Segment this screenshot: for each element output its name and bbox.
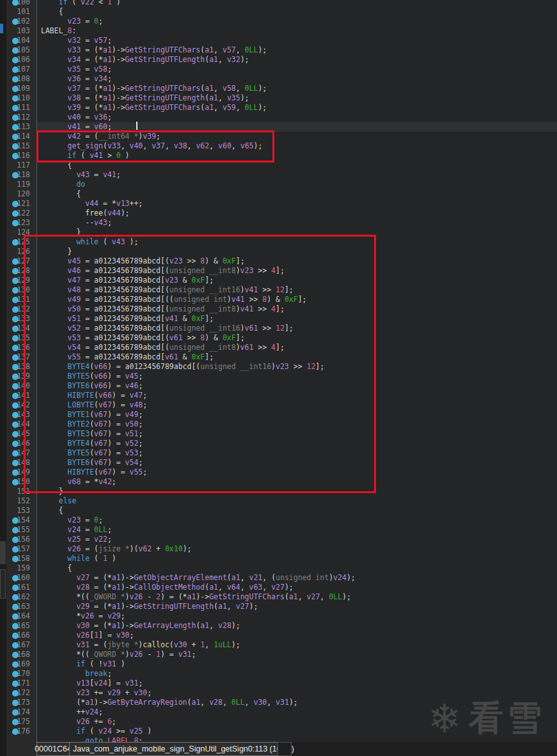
breakpoint-dot[interactable] (12, 383, 19, 390)
breakpoint-dot[interactable] (12, 364, 19, 370)
breakpoint-dot[interactable] (12, 479, 19, 485)
code-line[interactable]: v40 = v36; (36, 113, 557, 122)
code-line[interactable]: BYTE2(v67) = v50; (36, 420, 557, 429)
breakpoint-dot[interactable] (12, 19, 19, 25)
breakpoint-dot[interactable] (12, 719, 19, 725)
breakpoint-dot[interactable] (12, 38, 19, 44)
breakpoint-dot[interactable] (12, 220, 19, 226)
code-line[interactable]: while ( 1 ) (36, 554, 557, 563)
breakpoint-dot[interactable] (12, 76, 19, 83)
breakpoint-dot[interactable] (12, 642, 19, 649)
breakpoint-dot[interactable] (12, 585, 19, 591)
breakpoint-dot[interactable] (12, 441, 19, 447)
breakpoint-dot[interactable] (12, 661, 19, 668)
breakpoint-dot[interactable] (12, 517, 19, 524)
breakpoint-dot[interactable] (12, 709, 19, 716)
code-line[interactable]: { (36, 189, 557, 199)
code-line[interactable]: free(v44); (36, 209, 557, 218)
breakpoint-dot[interactable] (12, 153, 19, 159)
breakpoint-dot[interactable] (12, 594, 19, 601)
breakpoint-dot[interactable] (12, 143, 19, 150)
code-line[interactable]: v32 = v57; (36, 36, 557, 45)
code-line[interactable]: v45 = a0123456789abcd[(v23 >> 8) & 0xF]; (36, 256, 557, 266)
breakpoint-dot[interactable] (12, 652, 19, 658)
code-line[interactable]: v42 = (__int64 *)v39; (36, 132, 557, 141)
breakpoint-dot[interactable] (12, 527, 19, 533)
code-line[interactable]: v24 = 0LL; (36, 525, 557, 535)
breakpoint-dot[interactable] (12, 402, 19, 409)
breakpoint-dot[interactable] (12, 345, 19, 351)
breakpoint-dot[interactable] (12, 681, 19, 687)
code-line[interactable]: --v43; (36, 218, 557, 228)
code-line[interactable]: break; (36, 669, 557, 679)
breakpoint-dot[interactable] (12, 287, 19, 294)
code-line[interactable]: v34 = (*a1)->GetStringUTFLength(a1, v32)… (36, 55, 557, 65)
code-line[interactable]: do (36, 180, 557, 189)
breakpoint-dot[interactable] (12, 546, 19, 553)
code-line[interactable]: v28 = (*a1)->CallObjectMethod(a1, v64, v… (36, 583, 557, 592)
code-line[interactable]: { (36, 563, 557, 573)
code-line[interactable]: *((_QWORD *)v26 - 2) = (*a1)->GetStringU… (36, 592, 557, 602)
breakpoint-dot[interactable] (12, 613, 19, 620)
code-line[interactable]: v25 = v22; (36, 535, 557, 544)
breakpoint-dot[interactable] (12, 412, 19, 418)
breakpoint-dot[interactable] (12, 728, 19, 735)
code-line[interactable]: v50 = a0123456789abcd[(unsigned __int8)v… (36, 304, 557, 314)
breakpoint-dot[interactable] (12, 86, 19, 92)
code-line[interactable]: } (36, 247, 557, 256)
code-line[interactable]: BYTE6(v66) = v46; (36, 381, 557, 391)
code-line[interactable]: get_sign(v33, v40, v37, v38, v62, v60, v… (36, 141, 557, 151)
code-line[interactable]: HIBYTE(v66) = v47; (36, 391, 557, 400)
breakpoint-dot[interactable] (12, 57, 19, 63)
code-line[interactable]: v33 = (*a1)->GetStringUTFChars(a1, v57, … (36, 45, 557, 55)
breakpoint-dot[interactable] (12, 700, 19, 706)
breakpoint-dot[interactable] (12, 690, 19, 697)
breakpoint-dot[interactable] (12, 421, 19, 428)
code-line[interactable]: v27 = (*a1)->GetObjectArrayElement(a1, v… (36, 573, 557, 583)
breakpoint-dot[interactable] (12, 393, 19, 399)
code-line[interactable]: v51 = a0123456789abcd[v41 & 0xF]; (36, 314, 557, 324)
code-line[interactable]: if ( v22 < 1 ) (36, 0, 557, 7)
code-line[interactable]: v23 = 0; (36, 17, 557, 26)
code-line[interactable]: v13[v24] = v31; (36, 679, 557, 688)
code-line[interactable]: v52 = a0123456789abcd[(unsigned __int16)… (36, 324, 557, 333)
code-line[interactable]: v37 = (*a1)->GetStringUTFChars(a1, v58, … (36, 84, 557, 93)
breakpoint-dot[interactable] (12, 374, 19, 380)
breakpoint-dot[interactable] (12, 297, 19, 303)
breakpoint-dot[interactable] (12, 556, 19, 562)
code-line[interactable]: v26[1] = v30; (36, 631, 557, 640)
breakpoint-dot[interactable] (12, 278, 19, 284)
breakpoint-dot[interactable] (12, 105, 19, 111)
code-line[interactable]: BYTE5(v67) = v53; (36, 448, 557, 458)
breakpoint-dot[interactable] (12, 258, 19, 265)
breakpoint-dot[interactable] (12, 67, 19, 73)
breakpoint-dot[interactable] (12, 431, 19, 437)
code-line[interactable]: BYTE5(v66) = v45; (36, 372, 557, 381)
code-line[interactable]: v48 = a0123456789abcd[(unsigned __int16)… (36, 285, 557, 295)
breakpoint-dot[interactable] (12, 469, 19, 476)
code-line[interactable]: v35 = v58; (36, 65, 557, 74)
code-line[interactable]: if ( v41 > 0 ) (36, 151, 557, 161)
code-line[interactable]: v68 = *v42; (36, 477, 557, 487)
breakpoint-dot[interactable] (12, 316, 19, 322)
breakpoint-dot[interactable] (12, 114, 19, 121)
code-line[interactable]: BYTE1(v67) = v49; (36, 410, 557, 420)
breakpoint-dot[interactable] (12, 354, 19, 361)
code-line[interactable]: v29 = (*a1)->GetStringUTFLength(a1, v27)… (36, 602, 557, 611)
code-line[interactable]: v23 = 0; (36, 516, 557, 525)
code-line[interactable]: v41 = v60; (36, 122, 557, 132)
code-line[interactable]: v55 = a0123456789abcd[v61 & 0xF]; (36, 352, 557, 362)
breakpoint-dot[interactable] (12, 575, 19, 581)
code-line[interactable]: v31 = (jbyte *)calloc(v30 + 1, 1uLL); (36, 640, 557, 650)
code-line[interactable]: v49 = a0123456789abcd[((unsigned int)v41… (36, 295, 557, 304)
breakpoint-dot[interactable] (12, 134, 19, 140)
breakpoint-dot[interactable] (12, 450, 19, 457)
breakpoint-dot[interactable] (12, 604, 19, 610)
breakpoint-dot[interactable] (12, 0, 19, 6)
code-line[interactable]: LOBYTE(v67) = v48; (36, 400, 557, 410)
breakpoint-dot[interactable] (12, 268, 19, 274)
breakpoint-dot[interactable] (12, 124, 19, 130)
breakpoint-dot[interactable] (12, 633, 19, 639)
breakpoint-dot[interactable] (12, 671, 19, 677)
code-line[interactable]: } (36, 228, 557, 237)
